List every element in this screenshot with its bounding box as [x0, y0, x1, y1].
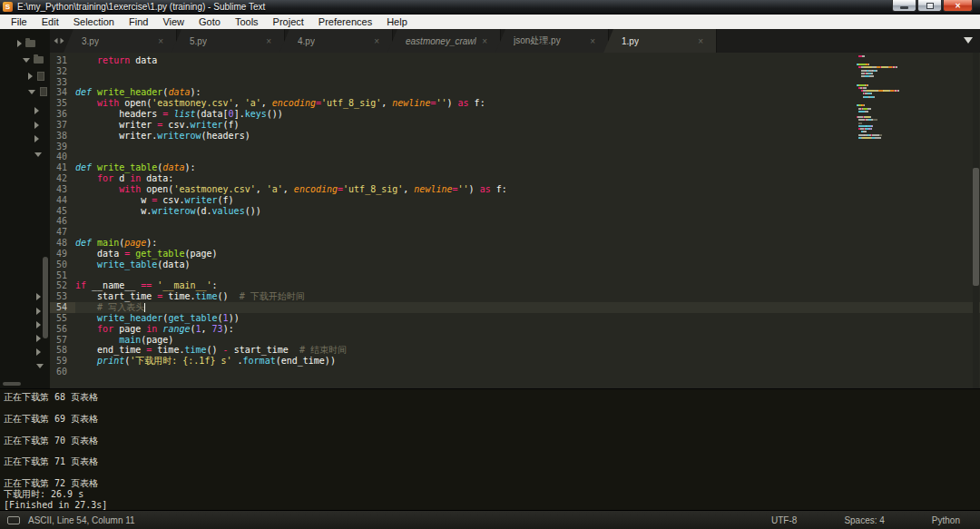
menu-help[interactable]: Help [379, 15, 415, 29]
code-line[interactable]: 59 print('下载用时: {:.1f} s' .format(end_ti… [50, 356, 980, 367]
code-line[interactable]: 51 [50, 270, 980, 281]
code-line[interactable]: 58 end_time = time.time() - start_time #… [50, 345, 980, 356]
menu-selection[interactable]: Selection [66, 15, 122, 29]
code-line[interactable]: 41def write_table(data): [50, 162, 980, 173]
sidebar-row[interactable] [17, 38, 35, 49]
chevron-right-icon[interactable] [36, 335, 41, 342]
menu-project[interactable]: Project [266, 15, 311, 29]
code-line[interactable]: 48def main(page): [50, 238, 980, 249]
menu-find[interactable]: Find [122, 15, 155, 29]
chevron-right-icon[interactable] [36, 321, 41, 328]
code-line[interactable]: 32 [50, 66, 980, 77]
menu-file[interactable]: File [4, 15, 34, 29]
code-line[interactable]: 44 w = csv.writer(f) [50, 195, 980, 206]
tab-4.py[interactable]: 4.py× [279, 29, 393, 53]
chevron-right-icon[interactable] [28, 73, 33, 80]
tab-close-icon[interactable]: × [158, 36, 163, 46]
tab-3.py[interactable]: 3.py× [64, 29, 177, 53]
tab-scroll-right-icon[interactable] [61, 38, 64, 44]
chevron-down-icon[interactable] [28, 90, 35, 94]
sidebar-row[interactable] [36, 306, 41, 317]
code-line[interactable]: 50 write_table(data) [50, 260, 980, 270]
tab-close-icon[interactable]: × [374, 36, 379, 46]
sidebar-row[interactable] [36, 333, 41, 344]
menu-view[interactable]: View [155, 15, 191, 29]
sidebar-row[interactable] [23, 54, 44, 65]
tab-5.py[interactable]: 5.py× [172, 29, 285, 53]
code-line[interactable]: 40 [50, 152, 980, 162]
code-line[interactable]: 31 return data [50, 55, 980, 66]
code-line[interactable]: 53 start_time = time.time() # 下载开始时间 [50, 291, 980, 302]
menu-edit[interactable]: Edit [34, 15, 66, 29]
tab-scroll-left-icon[interactable] [54, 38, 58, 44]
code-line[interactable]: 55 write_header(get_table(1)) [50, 313, 980, 324]
code-line[interactable]: 43 with open('eastmoney.csv', 'a', encod… [50, 184, 980, 195]
tab-json处理.py[interactable]: json处理.py× [495, 29, 609, 53]
status-indicator-icon[interactable] [7, 516, 20, 524]
chevron-down-icon[interactable] [34, 152, 42, 157]
tab-eastmoney_crawler.py[interactable]: eastmoney_crawler.py× [387, 29, 501, 53]
title-bar[interactable]: S E:\my_Python\training\1exercise\1.py (… [0, 0, 980, 15]
chevron-right-icon[interactable] [36, 308, 41, 315]
line-number: 36 [50, 109, 75, 120]
code-line[interactable]: 34def write_header(data): [50, 87, 980, 98]
code-line[interactable]: 60 [50, 367, 980, 377]
code-line[interactable]: 36 headers = list(data[0].keys()) [50, 109, 980, 120]
minimap[interactable] [857, 54, 904, 142]
editor-scrollbar-track[interactable] [973, 53, 979, 388]
sidebar-row[interactable] [36, 319, 41, 330]
code-line[interactable]: 46 [50, 216, 980, 227]
code-line[interactable]: 57 main(page) [50, 335, 980, 346]
code-line[interactable]: 56 for page in range(1, 73): [50, 324, 980, 335]
sidebar-row[interactable] [34, 133, 39, 144]
code-line[interactable]: 52if __name__ == '__main__': [50, 280, 980, 291]
chevron-right-icon[interactable] [36, 293, 41, 300]
code-line[interactable]: 54 # 写入表头 [50, 302, 980, 313]
chevron-right-icon[interactable] [34, 135, 39, 142]
tab-close-icon[interactable]: × [482, 36, 487, 46]
tab-1.py[interactable]: 1.py× [603, 29, 717, 53]
tab-close-icon[interactable]: × [698, 36, 703, 46]
chevron-right-icon[interactable] [17, 40, 22, 47]
code-line[interactable]: 45 w.writerow(d.values()) [50, 206, 980, 217]
code-line[interactable]: 35 with open('eastmoney.csv', 'a', encod… [50, 98, 980, 109]
sidebar-row[interactable] [36, 347, 41, 358]
sidebar-horizontal-scrollbar[interactable] [3, 382, 21, 386]
editor-scrollbar-thumb[interactable] [973, 168, 979, 286]
code-line[interactable]: 33 [50, 77, 980, 88]
tab-close-icon[interactable]: × [590, 36, 595, 46]
sidebar-row[interactable] [34, 120, 39, 131]
chevron-right-icon[interactable] [36, 348, 41, 356]
status-spaces-4[interactable]: Spaces: 4 [844, 515, 884, 525]
code-line[interactable]: 38 writer.writerow(headers) [50, 131, 980, 142]
menu-goto[interactable]: Goto [191, 15, 228, 29]
sidebar-vertical-scrollbar[interactable] [43, 257, 48, 338]
menu-preferences[interactable]: Preferences [311, 15, 379, 29]
sidebar-row[interactable] [34, 149, 42, 160]
chevron-down-icon[interactable] [36, 364, 44, 368]
code-editor[interactable]: 31 return data323334def write_header(dat… [50, 53, 980, 388]
tab-close-icon[interactable]: × [266, 36, 271, 46]
close-button[interactable]: ✕ [943, 0, 973, 12]
code-line[interactable]: 37 writer = csv.writer(f) [50, 120, 980, 131]
code-line[interactable]: 42 for d in data: [50, 173, 980, 184]
sidebar-row[interactable] [36, 360, 44, 371]
chevron-down-icon[interactable] [23, 58, 30, 63]
chevron-right-icon[interactable] [34, 122, 39, 129]
sidebar-row[interactable] [34, 105, 39, 116]
build-output-panel[interactable]: 正在下载第 68 页表格 正在下载第 69 页表格 正在下载第 70 页表格 正… [0, 388, 980, 510]
menu-tools[interactable]: Tools [228, 15, 266, 29]
maximize-button[interactable] [917, 0, 942, 12]
chevron-right-icon[interactable] [34, 107, 39, 114]
sidebar-row[interactable] [28, 71, 44, 82]
file-tree-sidebar[interactable] [0, 29, 50, 388]
status-utf-8[interactable]: UTF-8 [771, 515, 797, 525]
code-line[interactable]: 49 data = get_table(page) [50, 249, 980, 260]
code-line[interactable]: 47 [50, 227, 980, 238]
tab-overflow-dropdown-icon[interactable] [964, 37, 973, 44]
status-python[interactable]: Python [932, 515, 960, 525]
code-line[interactable]: 39 [50, 142, 980, 152]
sidebar-row[interactable] [36, 291, 41, 302]
sidebar-row[interactable] [28, 86, 47, 97]
minimize-button[interactable] [892, 0, 916, 12]
